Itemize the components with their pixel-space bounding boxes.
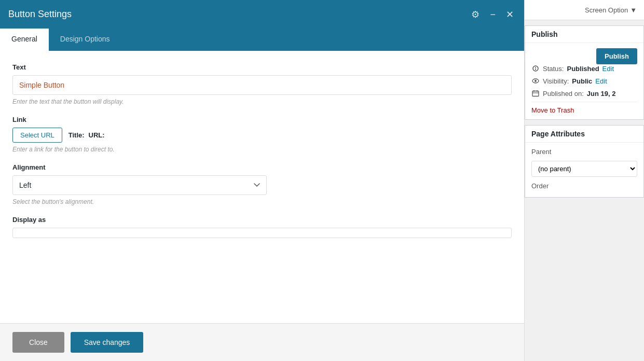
display-as-field-group: Display as	[12, 216, 512, 238]
button-settings-modal: Button Settings ⚙ − ✕ General Design Opt…	[0, 0, 524, 361]
page-attributes-box: Page Attributes Parent (no parent) Order	[525, 125, 644, 198]
parent-select[interactable]: (no parent)	[531, 161, 637, 177]
status-value: Published	[567, 65, 599, 73]
status-row: Status: Published Edit	[531, 64, 637, 73]
move-to-trash-link[interactable]: Move to Trash	[531, 102, 637, 114]
close-button[interactable]: Close	[12, 332, 64, 353]
link-field-label: Link	[12, 116, 512, 123]
link-field-hint: Enter a link for the button to direct to…	[12, 146, 512, 153]
status-label: Status:	[543, 65, 564, 73]
screen-options-label: Screen Option	[585, 6, 628, 14]
publish-box-header[interactable]: Publish	[525, 26, 643, 43]
visibility-icon	[531, 77, 540, 85]
modal-controls: ⚙ − ✕	[469, 8, 516, 21]
tab-design-options[interactable]: Design Options	[49, 29, 121, 51]
order-label: Order	[531, 182, 637, 190]
alignment-field-label: Alignment	[12, 163, 512, 171]
svg-rect-5	[532, 91, 539, 96]
svg-point-1	[535, 67, 536, 68]
modal-tabs: General Design Options	[0, 29, 524, 51]
screen-options-chevron-icon: ▼	[630, 6, 637, 14]
modal-body: Text Enter the text that the button will…	[0, 51, 524, 323]
link-meta: Title: URL:	[68, 131, 105, 139]
status-edit-link[interactable]: Edit	[602, 65, 614, 73]
sidebar-content: Publish Publish Status: Published	[525, 20, 644, 361]
publish-box: Publish Publish Status: Published	[525, 25, 644, 120]
text-field-label: Text	[12, 63, 512, 71]
text-field-group: Text Enter the text that the button will…	[12, 63, 512, 105]
published-on-value: Jun 19, 2	[587, 90, 616, 98]
save-changes-button[interactable]: Save changes	[71, 332, 143, 353]
visibility-label: Visibility:	[543, 77, 569, 85]
display-as-label: Display as	[12, 216, 512, 224]
link-title-label: Title:	[68, 131, 85, 139]
modal-titlebar: Button Settings ⚙ − ✕	[0, 0, 524, 29]
gear-button[interactable]: ⚙	[469, 8, 482, 21]
parent-label: Parent	[531, 148, 637, 156]
link-url-label: URL:	[89, 131, 105, 139]
alignment-hint: Select the button's alignment.	[12, 198, 512, 205]
status-icon	[531, 64, 540, 73]
alignment-select[interactable]: Left Center Right	[12, 175, 267, 195]
close-button[interactable]: ✕	[504, 8, 516, 21]
alignment-field-group: Alignment Left Center Right Select the b…	[12, 163, 512, 205]
publish-box-body: Publish Status: Published Edit	[525, 43, 643, 119]
text-field-hint: Enter the text that the button will disp…	[12, 98, 512, 105]
svg-point-4	[535, 80, 537, 82]
screen-options-button[interactable]: Screen Option ▼	[585, 6, 637, 14]
visibility-row: Visibility: Public Edit	[531, 77, 637, 85]
published-on-label: Published on:	[543, 90, 584, 98]
text-input[interactable]	[12, 75, 512, 95]
page-attributes-header[interactable]: Page Attributes	[525, 126, 643, 143]
modal-title: Button Settings	[8, 9, 72, 20]
link-row: Select URL Title: URL:	[12, 128, 512, 143]
modal-footer: Close Save changes	[0, 323, 524, 361]
calendar-icon	[531, 89, 540, 98]
right-sidebar: Screen Option ▼ Publish Publish	[524, 0, 644, 361]
display-as-input-partial	[12, 228, 512, 238]
select-url-button[interactable]: Select URL	[12, 128, 62, 143]
publish-button[interactable]: Publish	[596, 48, 637, 64]
published-on-row: Published on: Jun 19, 2	[531, 89, 637, 98]
tab-general[interactable]: General	[0, 29, 49, 51]
visibility-edit-link[interactable]: Edit	[595, 77, 607, 85]
page-attributes-body: Parent (no parent) Order	[525, 143, 643, 197]
screen-options-bar: Screen Option ▼	[525, 0, 644, 20]
link-field-group: Link Select URL Title: URL: Enter a link…	[12, 116, 512, 153]
visibility-value: Public	[572, 77, 592, 85]
minimize-button[interactable]: −	[488, 8, 498, 21]
